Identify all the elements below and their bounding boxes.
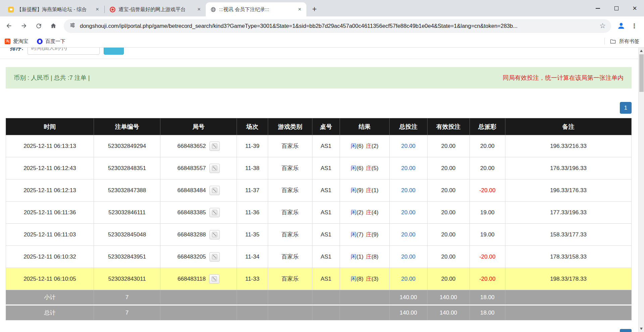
tab-forum[interactable]: 【新提醒】海燕策略论坛 - 综合 — [3, 2, 104, 16]
player-score: (7) — [356, 231, 363, 238]
total-payout: 18.00 — [469, 305, 505, 320]
bookmark-star-icon[interactable] — [599, 22, 606, 30]
minimize-icon — [596, 8, 600, 9]
page-1-button[interactable]: 1 — [620, 102, 632, 114]
header-bet-id: 注单编号 — [94, 118, 160, 135]
cell-bet-id: 523032848351 — [94, 157, 160, 179]
player-score: (6) — [356, 165, 363, 171]
cell-note: 176.33/196.33 — [505, 157, 631, 179]
banker-score: (4) — [371, 209, 379, 216]
filter-section: 排序: — [0, 48, 638, 59]
bookmark-baidu[interactable]: 百度一下 — [37, 38, 65, 45]
dice-icon — [212, 143, 217, 149]
round-id: 668483484 — [177, 187, 206, 194]
banker-score: (1) — [371, 187, 379, 193]
player-score: (9) — [356, 187, 363, 193]
forward-button[interactable] — [17, 19, 30, 32]
header-result: 结果 — [340, 118, 389, 135]
banker-label: 庄 — [366, 276, 371, 282]
cell-result: 闲(7)庄(9) — [340, 224, 389, 246]
tab-bet-records[interactable]: :::视讯 会员下注纪录::: — [206, 2, 306, 16]
tab-close-icon[interactable] — [296, 6, 303, 13]
cell-payout: -20.00 — [469, 268, 505, 290]
cell-total-bet: 20.00 — [389, 135, 427, 157]
cell-table-no: AS1 — [312, 135, 340, 157]
total-row: 总计 7 140.00 140.00 18.00 — [6, 305, 632, 320]
replay-button[interactable] — [209, 230, 220, 239]
cell-session: 11-35 — [237, 224, 268, 246]
cell-table-no: AS1 — [312, 202, 340, 224]
cell-valid-bet: 20.00 — [427, 157, 469, 179]
tab-close-icon[interactable] — [196, 6, 202, 13]
replay-button[interactable] — [209, 252, 220, 262]
address-bar[interactable]: dongshouji.com/ipl/portal.php/game/betre… — [64, 19, 611, 33]
cell-game-type: 百家乐 — [268, 135, 312, 157]
total-bet-link[interactable]: 20.00 — [401, 187, 416, 193]
cell-session: 11-34 — [237, 246, 268, 268]
table-row: 2025-12-11 06:12:43 523032848351 6684835… — [6, 157, 632, 179]
bookmark-aitaobao[interactable]: 爱淘宝 — [5, 38, 28, 45]
cell-game-type: 百家乐 — [268, 224, 312, 246]
site-info-icon[interactable] — [69, 22, 76, 30]
cell-note: 198.33/178.33 — [505, 268, 631, 290]
dice-icon — [212, 187, 217, 193]
cell-bet-id: 523032847388 — [94, 179, 160, 202]
total-bet-link[interactable]: 20.00 — [401, 165, 416, 171]
round-id: 668483385 — [177, 209, 206, 216]
cell-table-no: AS1 — [312, 246, 340, 268]
cell-table-no: AS1 — [312, 179, 340, 202]
scrollbar-thumb[interactable] — [639, 54, 644, 92]
scroll-up-arrow-icon[interactable] — [640, 50, 643, 52]
cell-total-bet: 20.00 — [389, 157, 427, 179]
cell-payout: 20.00 — [469, 157, 505, 179]
page-scrollbar[interactable] — [638, 48, 644, 332]
sort-input[interactable] — [28, 48, 100, 55]
cell-time: 2025-12-11 06:13:13 — [6, 135, 94, 157]
window-controls — [589, 0, 644, 16]
tab-tongbao[interactable]: 通宝-信誉最好的网上游戏平台 — [105, 2, 206, 16]
total-bet-link[interactable]: 20.00 — [401, 143, 416, 149]
scroll-down-arrow-icon[interactable] — [640, 328, 643, 330]
cell-table-no: AS1 — [312, 157, 340, 179]
minimize-button[interactable] — [589, 0, 607, 16]
subtotal-payout: 18.00 — [469, 290, 505, 305]
cell-bet-id: 523032843011 — [94, 268, 160, 290]
dice-icon — [212, 254, 217, 260]
maximize-button[interactable] — [607, 0, 626, 16]
cell-round: 668483484 — [160, 179, 237, 202]
player-label: 闲 — [351, 187, 356, 193]
cell-result: 闲(9)庄(1) — [340, 179, 389, 202]
total-bet-link[interactable]: 20.00 — [401, 254, 416, 260]
player-label: 闲 — [351, 209, 356, 216]
new-tab-button[interactable] — [309, 4, 320, 14]
tab-close-icon[interactable] — [94, 6, 101, 13]
replay-button[interactable] — [209, 208, 220, 217]
total-bet-link[interactable]: 20.00 — [401, 231, 416, 238]
maximize-icon — [614, 6, 618, 10]
browser-menu-icon[interactable] — [629, 20, 639, 32]
replay-button[interactable] — [209, 274, 219, 284]
total-bet-link[interactable]: 20.00 — [401, 276, 416, 282]
banker-label: 庄 — [366, 254, 371, 260]
reload-button[interactable] — [32, 19, 45, 32]
cell-total-bet: 20.00 — [389, 268, 427, 290]
bet-records-table: 时间 注单编号 局号 场次 游戏类别 桌号 结果 总投注 有效投注 总派彩 备注 — [6, 118, 632, 320]
replay-button[interactable] — [209, 142, 220, 151]
close-icon — [633, 5, 637, 12]
round-id: 668483118 — [178, 276, 206, 282]
replay-button[interactable] — [209, 164, 220, 173]
all-bookmarks-button[interactable]: 所有书签 — [604, 38, 639, 45]
home-button[interactable] — [47, 19, 60, 32]
bottom-pagination-button[interactable] — [620, 329, 632, 332]
table-row: 2025-12-11 06:11:36 523032846111 6684833… — [6, 202, 632, 224]
close-button[interactable] — [626, 0, 644, 16]
banker-label: 庄 — [366, 165, 371, 171]
search-button[interactable] — [104, 48, 124, 55]
banker-label: 庄 — [366, 143, 371, 149]
back-button[interactable] — [3, 19, 15, 32]
total-bet-link[interactable]: 20.00 — [401, 209, 416, 216]
profile-avatar-icon[interactable] — [615, 20, 627, 32]
replay-button[interactable] — [209, 186, 220, 195]
cell-table-no: AS1 — [312, 224, 340, 246]
cell-round: 668483288 — [160, 224, 237, 246]
